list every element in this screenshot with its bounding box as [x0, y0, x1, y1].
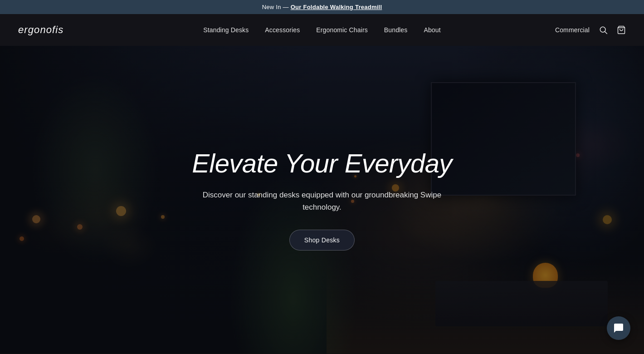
chat-button[interactable] [607, 316, 630, 340]
hero-section: Elevate Your Everyday Discover our stand… [0, 46, 644, 354]
nav-link-accessories[interactable]: Accessories [265, 26, 300, 34]
announcement-bar: New In — Our Foldable Walking Treadmill [0, 0, 644, 14]
cart-icon[interactable] [617, 25, 626, 34]
navbar: ergonofis Standing Desks Accessories Erg… [0, 14, 644, 46]
nav-link-bundles[interactable]: Bundles [384, 26, 408, 34]
nav-link-ergonomic-chairs[interactable]: Ergonomic Chairs [316, 26, 368, 34]
svg-line-1 [605, 32, 607, 34]
announcement-link[interactable]: Our Foldable Walking Treadmill [291, 4, 382, 10]
nav-link-standing-desks[interactable]: Standing Desks [203, 26, 249, 34]
commercial-link[interactable]: Commercial [555, 26, 590, 34]
nav-center: Standing Desks Accessories Ergonomic Cha… [203, 26, 440, 34]
announcement-prefix: New In — [262, 4, 291, 10]
nav-link-about[interactable]: About [424, 26, 440, 34]
shop-desks-button[interactable]: Shop Desks [289, 230, 355, 251]
hero-title: Elevate Your Everyday [192, 149, 452, 178]
chat-icon [613, 323, 624, 334]
logo[interactable]: ergonofis [18, 24, 63, 36]
hero-content: Elevate Your Everyday Discover our stand… [192, 149, 452, 251]
hero-subtitle: Discover our standing desks equipped wit… [195, 189, 449, 213]
nav-right: Commercial [555, 25, 626, 34]
search-icon[interactable] [599, 25, 608, 34]
